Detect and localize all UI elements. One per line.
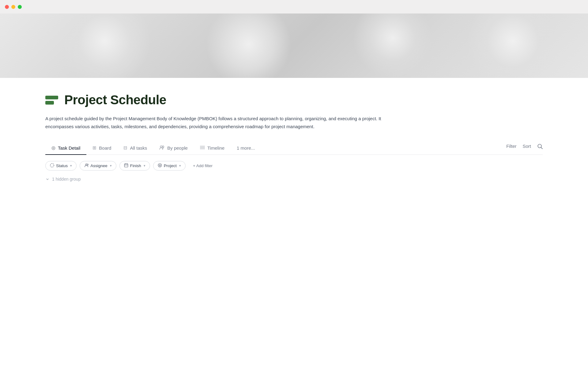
svg-rect-10: [124, 164, 128, 167]
icon-bar-bottom: [45, 101, 54, 105]
filter-label: Filter: [506, 144, 516, 149]
search-action[interactable]: [537, 144, 543, 149]
filter-assignee-label: Assignee: [90, 163, 107, 168]
hidden-group-label: 1 hidden group: [52, 177, 81, 182]
add-filter-label: + Add filter: [193, 163, 213, 168]
hidden-group[interactable]: 1 hidden group: [45, 177, 543, 182]
svg-point-0: [160, 146, 162, 148]
maximize-button[interactable]: [18, 5, 22, 9]
tab-timeline-icon: [200, 145, 205, 151]
project-chevron: ▾: [179, 164, 181, 168]
tab-task-detail-icon: ◎: [51, 145, 55, 151]
svg-point-14: [158, 163, 161, 167]
filter-assignee[interactable]: Assignee ▾: [80, 161, 116, 171]
status-icon: [50, 163, 54, 168]
svg-point-7: [50, 163, 54, 167]
search-icon: [537, 144, 543, 149]
icon-bar-top: [45, 96, 58, 99]
titlebar: [0, 0, 588, 13]
tab-board-label: Board: [99, 145, 111, 151]
tab-by-people-label: By people: [167, 145, 188, 151]
finish-chevron: ▾: [144, 164, 145, 168]
tab-task-detail-label: Task Detail: [58, 145, 80, 151]
filter-status[interactable]: Status ▾: [45, 161, 77, 171]
filter-finish[interactable]: Finish ▾: [119, 161, 150, 171]
filter-project-label: Project: [164, 163, 177, 168]
finish-icon: [124, 163, 128, 168]
filter-project[interactable]: Project ▾: [153, 161, 186, 171]
assignee-icon: [84, 163, 89, 168]
tab-by-people-icon: [159, 145, 165, 151]
svg-point-1: [162, 146, 164, 147]
tab-more-label: 1 more...: [237, 145, 255, 151]
tabs-left: ◎ Task Detail ⊞ Board ⊟ All tasks: [45, 141, 506, 155]
hero-banner: [0, 13, 588, 78]
tabs-row: ◎ Task Detail ⊞ Board ⊟ All tasks: [45, 141, 543, 155]
filter-status-label: Status: [56, 163, 68, 168]
tab-timeline-label: Timeline: [207, 145, 224, 151]
close-button[interactable]: [5, 5, 9, 9]
svg-line-6: [541, 147, 543, 149]
tab-by-people[interactable]: By people: [153, 142, 194, 155]
filter-finish-label: Finish: [130, 163, 141, 168]
add-filter-button[interactable]: + Add filter: [189, 162, 217, 170]
page-title: Project Schedule: [64, 93, 166, 107]
tab-all-tasks[interactable]: ⊟ All tasks: [117, 141, 153, 155]
page-icon: [45, 96, 58, 105]
project-icon: [158, 163, 162, 168]
collapse-icon: [45, 177, 50, 181]
tab-all-tasks-label: All tasks: [130, 145, 147, 151]
page-description: A project schedule guided by the Project…: [45, 115, 382, 130]
status-chevron: ▾: [70, 164, 72, 168]
tab-timeline[interactable]: Timeline: [194, 142, 231, 155]
filter-bar: Status ▾ Assignee ▾: [45, 161, 543, 171]
assignee-chevron: ▾: [110, 164, 112, 168]
tab-all-tasks-icon: ⊟: [123, 145, 127, 151]
tab-board-icon: ⊞: [92, 145, 96, 151]
page-title-row: Project Schedule: [45, 93, 543, 107]
tab-more[interactable]: 1 more...: [231, 142, 261, 155]
main-content: Project Schedule A project schedule guid…: [0, 78, 588, 194]
sort-label: Sort: [522, 144, 531, 149]
sort-action[interactable]: Sort: [522, 144, 531, 149]
tabs-right: Filter Sort: [506, 144, 543, 153]
svg-point-15: [159, 165, 160, 166]
minimize-button[interactable]: [11, 5, 15, 9]
tab-board[interactable]: ⊞ Board: [86, 141, 117, 155]
tab-task-detail[interactable]: ◎ Task Detail: [45, 141, 86, 155]
filter-action[interactable]: Filter: [506, 144, 516, 149]
